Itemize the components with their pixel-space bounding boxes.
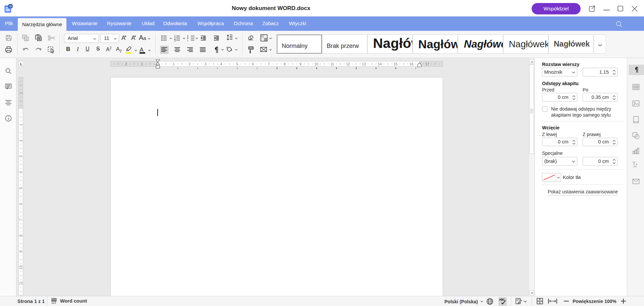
- svg-text:5: 5: [19, 187, 23, 189]
- svg-text:a: a: [636, 162, 637, 166]
- svg-text:6: 6: [252, 62, 254, 66]
- svg-text:9: 9: [300, 62, 302, 66]
- svg-text:1: 1: [19, 124, 23, 126]
- svg-text:3: 3: [204, 62, 206, 66]
- svg-text:7: 7: [19, 219, 23, 221]
- svg-text:6: 6: [19, 203, 23, 205]
- svg-text:3: 3: [19, 156, 23, 158]
- svg-text:T: T: [633, 161, 636, 166]
- svg-text:11: 11: [19, 281, 23, 285]
- svg-text:16: 16: [410, 62, 414, 66]
- svg-text:7: 7: [268, 62, 270, 66]
- svg-text:1: 1: [187, 34, 189, 38]
- svg-text:8: 8: [19, 235, 23, 237]
- svg-text:1: 1: [19, 92, 23, 94]
- svg-text:12: 12: [346, 62, 350, 66]
- svg-text:4: 4: [220, 62, 222, 66]
- svg-text:11: 11: [330, 62, 334, 66]
- svg-text:5: 5: [236, 62, 238, 66]
- svg-text:i: i: [187, 39, 188, 42]
- svg-text:10: 10: [19, 265, 23, 269]
- svg-text:2: 2: [125, 62, 127, 66]
- svg-text:13: 13: [362, 62, 366, 66]
- svg-text:3: 3: [174, 39, 176, 42]
- svg-text:D: D: [9, 4, 12, 8]
- svg-text:2: 2: [19, 139, 23, 141]
- svg-text:10: 10: [314, 62, 318, 66]
- svg-text:2: 2: [189, 62, 191, 66]
- svg-text:1: 1: [173, 62, 175, 66]
- svg-text:ABC: ABC: [499, 298, 505, 301]
- svg-text:8: 8: [284, 62, 286, 66]
- svg-text:123: 123: [51, 301, 56, 304]
- svg-text:9: 9: [19, 250, 23, 252]
- svg-text:14: 14: [378, 62, 382, 66]
- svg-text:17: 17: [425, 62, 429, 66]
- svg-text:15: 15: [394, 62, 398, 66]
- svg-text:1: 1: [141, 62, 143, 66]
- svg-text:4: 4: [19, 171, 23, 173]
